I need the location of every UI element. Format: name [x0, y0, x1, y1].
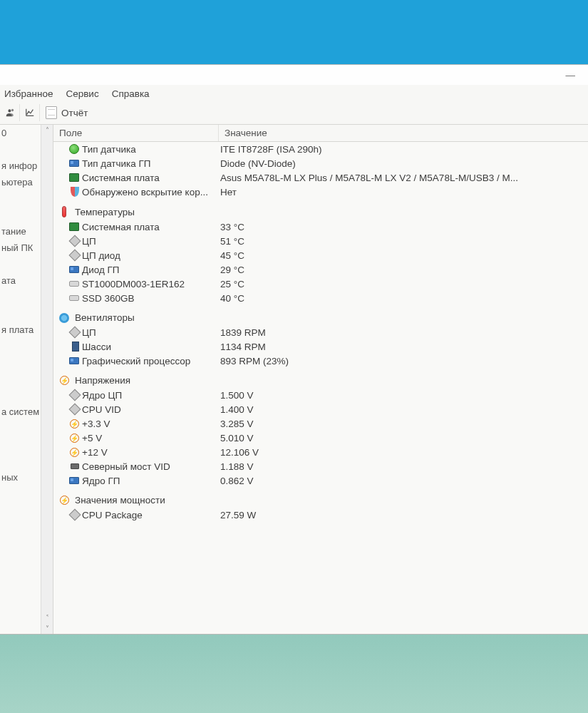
list-row[interactable]: +3.3 V3.285 V — [53, 416, 588, 431]
list-row[interactable]: Системная плата33 °C — [53, 220, 588, 234]
section-header[interactable]: Вентиляторы — [53, 305, 588, 325]
list-row[interactable]: CPU Package27.59 W — [53, 508, 588, 522]
tree-item[interactable]: ных — [0, 469, 41, 486]
list-row[interactable]: CPU VID1.400 V — [53, 402, 588, 416]
row-label: +12 V — [82, 447, 219, 458]
list-header: Поле Значение — [53, 125, 588, 142]
list-row[interactable]: Северный мост VID1.188 V — [53, 459, 588, 473]
column-value[interactable]: Значение — [219, 125, 588, 141]
row-value: ITE IT8728F (ISA 290h) — [219, 144, 588, 155]
row-label: Диод ГП — [82, 265, 219, 275]
tree-item[interactable]: а систем — [0, 404, 41, 420]
volt-icon — [70, 434, 79, 443]
row-value: 1839 RPM — [219, 327, 588, 338]
tree-item[interactable]: я плата — [0, 322, 41, 338]
row-value: 45 °C — [219, 250, 588, 261]
row-value: 27.59 W — [219, 510, 588, 520]
tree-item[interactable]: ный ПК — [0, 240, 41, 256]
tree-item[interactable] — [0, 502, 41, 518]
tree-item[interactable] — [0, 256, 41, 272]
tree-item[interactable] — [0, 436, 41, 453]
section-title: Температуры — [75, 207, 135, 217]
list-row[interactable]: Шасси1134 RPM — [53, 339, 588, 354]
row-label: ЦП — [82, 236, 219, 247]
list-row[interactable]: Обнаружено вскрытие кор...Нет — [53, 185, 588, 199]
drive-icon — [69, 295, 79, 301]
row-label: Ядро ЦП — [82, 390, 219, 401]
chip-icon — [69, 509, 81, 521]
section-title: Напряжения — [75, 375, 130, 386]
tree-item[interactable]: тание — [0, 223, 41, 240]
list-body[interactable]: Тип датчикаITE IT8728F (ISA 290h)Тип дат… — [53, 142, 588, 634]
menu-service[interactable]: Сервис — [63, 87, 101, 101]
tree-item[interactable] — [0, 338, 41, 354]
toolbar-graph-icon[interactable] — [20, 104, 40, 121]
toolbar-report-label: Отчёт — [61, 108, 88, 118]
list-row[interactable]: Тип датчика ГПDiode (NV-Diode) — [53, 156, 588, 170]
scroll-down-icon[interactable]: ˅ — [46, 623, 49, 634]
document-icon — [46, 106, 57, 119]
list-row[interactable]: Ядро ЦП1.500 V — [53, 388, 588, 402]
tree-item[interactable] — [0, 453, 41, 469]
row-label: Ядро ГП — [82, 476, 219, 486]
list-row[interactable]: Ядро ГП0.862 V — [53, 473, 588, 488]
tree-pane: 0 я инфорьютера таниеный ПК ата я плата … — [0, 125, 53, 634]
list-row[interactable]: Системная платаAsus M5A78L-M LX Plus / M… — [53, 170, 588, 185]
section-header[interactable]: Напряжения — [53, 368, 588, 388]
gpu-icon — [69, 477, 79, 484]
volt-icon — [70, 419, 79, 429]
list-row[interactable]: ЦП1839 RPM — [53, 325, 588, 339]
tree-item[interactable] — [0, 141, 41, 158]
row-label: CPU Package — [82, 510, 219, 520]
row-value: 3.285 V — [219, 419, 588, 429]
list-row[interactable]: +12 V12.106 V — [53, 445, 588, 459]
menu-help[interactable]: Справка — [109, 87, 153, 101]
scroll-left-icon[interactable]: ˂ — [46, 612, 49, 623]
section-title: Значения мощности — [75, 495, 165, 506]
tree-item[interactable] — [0, 354, 41, 371]
list-row[interactable]: Диод ГП29 °C — [53, 262, 588, 277]
tree-item[interactable] — [0, 486, 41, 502]
minimize-button[interactable]: — — [566, 70, 576, 81]
list-row[interactable]: ЦП диод45 °C — [53, 248, 588, 262]
row-value: 33 °C — [219, 222, 588, 232]
tree-list[interactable]: 0 я инфорьютера таниеный ПК ата я плата … — [0, 125, 41, 634]
row-label: Системная плата — [82, 173, 219, 183]
chip-icon — [69, 389, 81, 401]
row-label: Тип датчика ГП — [82, 158, 219, 169]
tree-item[interactable] — [0, 420, 41, 436]
tree-item[interactable]: я инфор — [0, 158, 41, 174]
tree-item[interactable] — [0, 305, 41, 322]
therm-icon — [62, 206, 66, 217]
tree-item[interactable] — [0, 387, 41, 404]
tree-item[interactable]: 0 — [0, 125, 41, 141]
row-value: 40 °C — [219, 293, 588, 304]
tree-item[interactable] — [0, 207, 41, 223]
section-header[interactable]: Значения мощности — [53, 488, 588, 508]
list-row[interactable]: Тип датчикаITE IT8728F (ISA 290h) — [53, 142, 588, 156]
scroll-up-icon[interactable]: ˄ — [46, 125, 49, 135]
toolbar-users-icon[interactable] — [0, 104, 20, 121]
list-row[interactable]: ЦП51 °C — [53, 234, 588, 248]
section-header[interactable]: Температуры — [53, 199, 588, 220]
row-label: +3.3 V — [82, 419, 219, 429]
toolbar-report-button[interactable]: Отчёт — [40, 106, 95, 119]
tree-item[interactable]: ата — [0, 272, 41, 289]
list-row[interactable]: +5 V5.010 V — [53, 431, 588, 445]
column-field[interactable]: Поле — [53, 125, 219, 141]
tree-item[interactable]: ьютера — [0, 174, 41, 190]
tree-item[interactable] — [0, 371, 41, 387]
list-row[interactable]: SSD 360GB40 °C — [53, 291, 588, 305]
row-label: Тип датчика — [82, 144, 219, 155]
row-value: 12.106 V — [219, 447, 588, 458]
tree-item[interactable] — [0, 190, 41, 207]
tree-scrollbar[interactable]: ˄ ˂ ˅ — [41, 125, 53, 634]
tree-item[interactable] — [0, 289, 41, 305]
list-row[interactable]: Графический процессор893 RPM (23%) — [53, 354, 588, 368]
menu-favorites[interactable]: Избранное — [1, 87, 56, 101]
row-label: Обнаружено вскрытие кор... — [82, 187, 219, 198]
row-value: 0.862 V — [219, 476, 588, 486]
list-row[interactable]: ST1000DM003-1ER16225 °C — [53, 277, 588, 291]
shield-icon — [71, 187, 79, 197]
row-label: +5 V — [82, 433, 219, 443]
